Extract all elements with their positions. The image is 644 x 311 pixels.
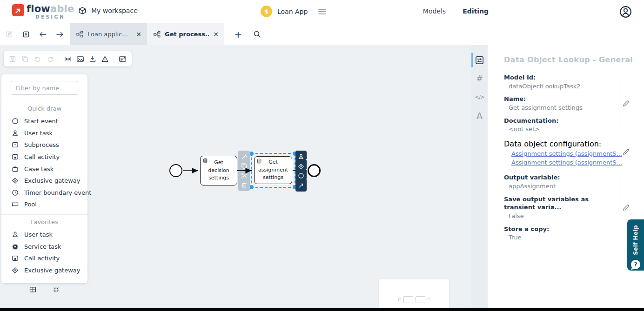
close-tab-icon[interactable]: ✕ bbox=[136, 31, 141, 38]
task-get-decision-settings[interactable]: Get decision settings bbox=[200, 156, 237, 185]
palette-item-exclusive-gateway[interactable]: Exclusive gateway bbox=[1, 175, 87, 187]
field-name: Name: Get assignment settings bbox=[504, 95, 615, 112]
timer-boundary-event-icon bbox=[11, 189, 19, 197]
properties-tab-strip: # </> A bbox=[471, 45, 488, 308]
tab-code-view[interactable]: </> bbox=[471, 88, 488, 106]
config-link-data-object[interactable]: Assignment settings (assignmentS... bbox=[504, 150, 615, 157]
tab-get-process[interactable]: Get process... ✕ bbox=[147, 23, 224, 45]
config-label: Data object configuration: bbox=[504, 139, 615, 148]
favorite-item-service-task[interactable]: Service task bbox=[1, 240, 87, 252]
flowable-logo[interactable]: flowable DESIGN bbox=[12, 3, 74, 20]
resize-handle[interactable] bbox=[249, 152, 254, 156]
field-store-a-copy: Store a copy: True bbox=[504, 225, 615, 242]
image-export-icon[interactable] bbox=[75, 53, 86, 65]
bpmn-canvas[interactable]: Quick draw Start event User task Subproc… bbox=[0, 45, 471, 308]
case-task-icon bbox=[11, 165, 19, 173]
add-tab-icon[interactable]: + bbox=[233, 29, 244, 40]
minimap-end-event bbox=[428, 298, 430, 301]
app-badge-icon: $ bbox=[261, 6, 272, 17]
properties-panel: Data Object Lookup - General Model Id: d… bbox=[488, 45, 644, 308]
context-toolbar-edit bbox=[238, 151, 250, 191]
tab-label: Get process... bbox=[165, 31, 209, 38]
magic-wand-icon[interactable] bbox=[241, 153, 248, 160]
fit-width-icon[interactable] bbox=[62, 53, 73, 65]
palette-item-case-task[interactable]: Case task bbox=[1, 163, 87, 175]
shape-palette: Quick draw Start event User task Subproc… bbox=[1, 74, 87, 283]
grid-view-icon[interactable] bbox=[28, 285, 38, 294]
self-help-tab[interactable]: Self Help ? bbox=[627, 219, 644, 271]
tab-bar: Loan applic... ✕ Get process... ✕ + bbox=[0, 23, 644, 45]
question-bubble-icon: ? bbox=[631, 260, 640, 269]
copy-icon[interactable] bbox=[20, 53, 31, 65]
minimap[interactable] bbox=[379, 279, 449, 308]
section-title-quick-draw: Quick draw bbox=[1, 105, 87, 112]
brand-name-primary: flow bbox=[27, 3, 50, 14]
save-icon[interactable] bbox=[7, 53, 18, 65]
copy-icon[interactable] bbox=[241, 162, 248, 170]
palette-item-pool[interactable]: Pool bbox=[1, 199, 87, 211]
favorite-item-user-task[interactable]: User task bbox=[1, 229, 87, 241]
task-get-assignment-settings[interactable]: Get assignment settings bbox=[254, 156, 292, 184]
process-model-icon bbox=[154, 31, 161, 38]
undo-icon[interactable] bbox=[33, 53, 43, 65]
app-menu-icon[interactable] bbox=[318, 9, 326, 14]
top-navigation: Models Editing bbox=[423, 7, 489, 15]
minimap-task bbox=[416, 296, 425, 303]
properties-panel-title: Data Object Lookup - General bbox=[504, 55, 644, 64]
edit-pencil-icon[interactable] bbox=[622, 148, 630, 156]
validation-warning-icon[interactable] bbox=[100, 53, 111, 65]
delete-trash-icon[interactable] bbox=[241, 181, 248, 189]
forward-icon[interactable] bbox=[54, 29, 65, 40]
collapse-palette-icon[interactable] bbox=[52, 285, 61, 294]
favorite-item-exclusive-gateway[interactable]: Exclusive gateway bbox=[1, 265, 87, 277]
current-app[interactable]: $ Loan App bbox=[261, 6, 326, 17]
properties-window-icon[interactable] bbox=[117, 53, 128, 65]
workspace-label: My workspace bbox=[91, 7, 138, 14]
create-exclusive-gateway-icon[interactable] bbox=[297, 163, 305, 170]
close-all-tabs-icon[interactable] bbox=[20, 29, 32, 40]
end-event-node[interactable] bbox=[308, 164, 321, 177]
user-task-icon bbox=[11, 231, 19, 238]
create-sequence-flow-icon[interactable] bbox=[297, 182, 305, 189]
workspace-selector[interactable]: My workspace bbox=[78, 7, 138, 15]
edit-pencil-icon[interactable] bbox=[622, 99, 630, 107]
tab-attributes-hash[interactable]: # bbox=[471, 69, 488, 88]
tab-loan-application[interactable]: Loan applic... ✕ bbox=[70, 23, 147, 45]
resize-handle[interactable] bbox=[249, 185, 254, 189]
pool-icon bbox=[11, 200, 19, 208]
cut-scissors-icon[interactable] bbox=[241, 172, 248, 179]
config-link-mapping[interactable]: Assignment settings (assignmentS... bbox=[504, 159, 615, 166]
edit-pencil-icon[interactable] bbox=[622, 204, 630, 212]
palette-item-timer-boundary-event[interactable]: Timer boundary event bbox=[1, 187, 87, 199]
redo-icon[interactable] bbox=[45, 53, 55, 65]
section-title-favorites: Favorites bbox=[1, 218, 87, 225]
nav-editing[interactable]: Editing bbox=[463, 7, 489, 15]
bottom-edge-bar bbox=[0, 308, 644, 311]
self-help-label: Self Help bbox=[632, 225, 639, 255]
user-avatar[interactable] bbox=[619, 6, 632, 18]
call-activity-icon bbox=[11, 254, 19, 262]
brand-text: flowable DESIGN bbox=[27, 3, 74, 20]
general-fields-group: Model Id: dataObjectLookupTask2 Name: Ge… bbox=[504, 73, 644, 134]
close-tab-icon[interactable]: ✕ bbox=[213, 31, 219, 38]
palette-item-call-activity[interactable]: Call activity bbox=[1, 151, 87, 163]
filter-input[interactable] bbox=[11, 81, 78, 95]
process-model-icon bbox=[76, 31, 83, 38]
palette-item-subprocess[interactable]: Subprocess bbox=[1, 139, 87, 151]
search-models-icon[interactable] bbox=[251, 29, 262, 40]
back-icon[interactable] bbox=[37, 29, 48, 40]
cube-icon bbox=[78, 7, 87, 15]
nav-models[interactable]: Models bbox=[423, 7, 446, 15]
palette-item-user-task[interactable]: User task bbox=[1, 127, 87, 139]
palette-item-start-event[interactable]: Start event bbox=[1, 115, 87, 127]
save-all-icon[interactable] bbox=[4, 29, 15, 40]
favorite-item-call-activity[interactable]: Call activity bbox=[1, 252, 87, 265]
tab-text-annotations[interactable]: A bbox=[471, 106, 488, 125]
create-end-event-icon[interactable] bbox=[297, 172, 305, 179]
flowable-design-app: flowable DESIGN My workspace $ Loan App … bbox=[0, 0, 644, 311]
import-icon[interactable] bbox=[87, 53, 98, 65]
field-save-transient: Save output variables as transient varia… bbox=[504, 195, 615, 221]
start-event-node[interactable] bbox=[169, 164, 182, 177]
tab-general-properties[interactable] bbox=[471, 51, 488, 69]
create-user-task-icon[interactable] bbox=[297, 153, 305, 160]
